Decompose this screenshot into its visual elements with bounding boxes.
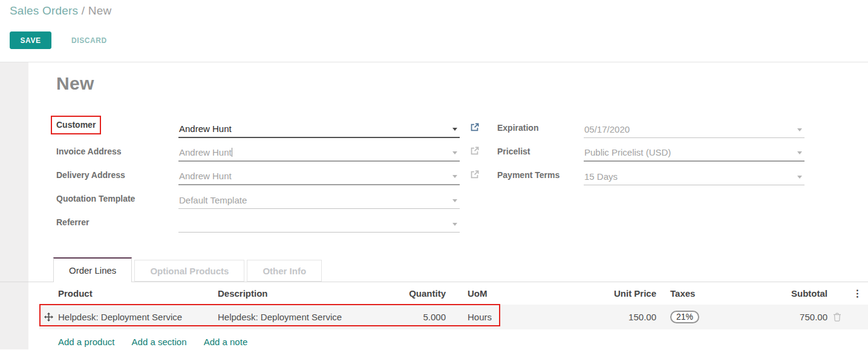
invoice-address-field[interactable]: Andrew Hunt (178, 144, 460, 162)
sales-order-sheet: New Customer Andrew Hunt Expiration (28, 62, 868, 349)
cell-quantity[interactable]: 5.000 (377, 312, 446, 322)
optional-columns-icon[interactable]: ⋮ (847, 289, 868, 299)
cell-unit-price[interactable]: 150.00 (520, 312, 656, 322)
left-gutter (0, 62, 28, 349)
column-header-subtotal: Subtotal (777, 288, 827, 299)
delete-row-icon[interactable] (827, 311, 847, 323)
pricelist-field[interactable]: Public Pricelist (USD) (584, 144, 804, 162)
external-link-icon[interactable] (470, 170, 479, 182)
chevron-down-icon[interactable] (797, 151, 802, 154)
delivery-address-field[interactable]: Andrew Hunt (178, 167, 460, 185)
customer-label: Customer (56, 116, 178, 138)
customer-value[interactable]: Andrew Hunt (179, 124, 232, 134)
discard-button[interactable]: DISCARD (71, 36, 107, 45)
referrer-field[interactable] (178, 214, 460, 233)
form-row: Customer Andrew Hunt Expiration 05/17/20… (56, 114, 868, 138)
quotation-template-value[interactable]: Default Template (179, 195, 247, 205)
chevron-down-icon[interactable] (452, 175, 457, 178)
order-lines-table: Product Description Quantity UoM Unit Pr… (39, 282, 868, 347)
notebook-tabs: Order Lines Optional Products Other Info (28, 257, 868, 282)
add-product-link[interactable]: Add a product (58, 337, 114, 347)
chevron-down-icon[interactable] (452, 151, 457, 154)
cell-product[interactable]: Helpdesk: Deployment Service (58, 312, 218, 322)
cell-subtotal: 750.00 (777, 312, 827, 322)
delivery-address-value[interactable]: Andrew Hunt (179, 171, 232, 181)
tab-other-info[interactable]: Other Info (247, 260, 322, 282)
breadcrumb-separator: / (82, 4, 85, 17)
form-row: Referrer (56, 209, 868, 233)
quotation-template-label: Quotation Template (56, 194, 178, 209)
drag-handle-icon[interactable] (39, 311, 58, 323)
customer-field[interactable]: Andrew Hunt (178, 120, 460, 138)
cell-description[interactable]: Helpdesk: Deployment Service (218, 312, 377, 322)
content-area: New Customer Andrew Hunt Expiration (0, 62, 868, 349)
column-header-taxes: Taxes (656, 288, 777, 299)
add-section-link[interactable]: Add a section (132, 337, 187, 347)
save-button[interactable]: SAVE (10, 31, 51, 49)
add-note-link[interactable]: Add a note (204, 337, 248, 347)
external-link-icon[interactable] (470, 147, 479, 158)
table-header-row: Product Description Quantity UoM Unit Pr… (39, 282, 868, 305)
pricelist-label: Pricelist (497, 147, 584, 162)
tab-order-lines[interactable]: Order Lines (53, 257, 132, 282)
tab-optional-products[interactable]: Optional Products (134, 260, 244, 282)
pricelist-value[interactable]: Public Pricelist (USD) (584, 147, 671, 157)
column-header-unit-price: Unit Price (520, 288, 656, 299)
form-row: Invoice Address Andrew Hunt Pricelist Pu… (56, 138, 868, 162)
payment-terms-label: Payment Terms (497, 170, 584, 185)
list-links: Add a product Add a section Add a note (39, 329, 868, 347)
column-header-description: Description (218, 288, 377, 299)
payment-terms-value[interactable]: 15 Days (584, 171, 618, 182)
delivery-external-cell (460, 170, 497, 185)
invoice-address-label: Invoice Address (56, 147, 178, 162)
customer-external-cell (460, 123, 497, 138)
chevron-down-icon[interactable] (452, 199, 457, 202)
invoice-address-value[interactable]: Andrew Hunt (179, 147, 232, 157)
expiration-field[interactable]: 05/17/2020 (584, 120, 804, 138)
page-title: New (56, 72, 868, 95)
form-row: Delivery Address Andrew Hunt Payment Ter… (56, 162, 868, 185)
invoice-external-cell (460, 147, 497, 162)
control-panel: Sales Orders / New SAVE DISCARD (0, 0, 868, 62)
column-header-product: Product (58, 288, 218, 299)
chevron-down-icon[interactable] (452, 223, 457, 226)
breadcrumb-current: New (88, 4, 112, 17)
column-header-uom: UoM (446, 288, 520, 299)
chevron-down-icon[interactable] (797, 128, 802, 131)
cell-taxes[interactable]: 21% (656, 311, 777, 323)
customer-highlight-box: Customer (51, 116, 101, 134)
table-row[interactable]: Helpdesk: Deployment Service Helpdesk: D… (39, 305, 868, 329)
expiration-label: Expiration (497, 123, 584, 138)
tax-badge[interactable]: 21% (670, 311, 699, 323)
chevron-down-icon[interactable] (797, 176, 802, 179)
payment-terms-field[interactable]: 15 Days (584, 167, 804, 185)
expiration-value[interactable]: 05/17/2020 (584, 124, 630, 134)
breadcrumb-sales-orders-link[interactable]: Sales Orders (10, 4, 78, 17)
text-cursor (232, 148, 232, 157)
chevron-down-icon[interactable] (452, 128, 457, 131)
quotation-template-field[interactable]: Default Template (178, 191, 460, 209)
breadcrumb: Sales Orders / New (10, 4, 111, 18)
control-panel-buttons: SAVE DISCARD (10, 31, 107, 49)
external-link-icon[interactable] (470, 123, 479, 134)
cell-uom[interactable]: Hours (446, 312, 520, 322)
referrer-label: Referrer (56, 217, 178, 233)
form-row: Quotation Template Default Template (56, 185, 868, 209)
delivery-address-label: Delivery Address (56, 170, 178, 185)
column-header-quantity: Quantity (377, 288, 446, 299)
order-form: Customer Andrew Hunt Expiration 05/17/20… (56, 114, 868, 233)
